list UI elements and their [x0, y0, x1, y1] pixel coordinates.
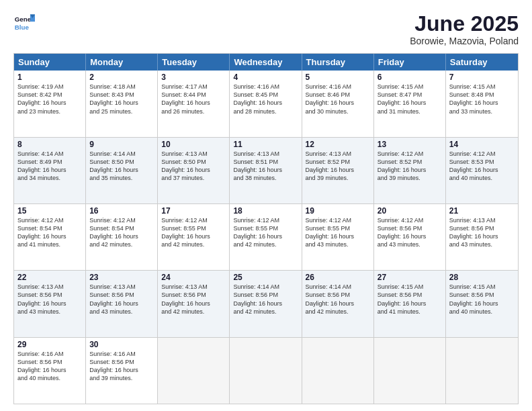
day-16: 16 Sunrise: 4:12 AM Sunset: 8:54 PM Dayl…: [86, 204, 158, 270]
header-friday: Friday: [374, 54, 446, 71]
calendar-body: 1 Sunrise: 4:19 AM Sunset: 8:42 PM Dayli…: [14, 71, 518, 404]
day-14: 14 Sunrise: 4:12 AM Sunset: 8:53 PM Dayl…: [446, 138, 518, 203]
header: General Blue June 2025 Borowie, Mazovia,…: [13, 12, 519, 46]
week-row-4: 22 Sunrise: 4:13 AM Sunset: 8:56 PM Dayl…: [14, 270, 518, 336]
day-28: 28 Sunrise: 4:15 AM Sunset: 8:56 PM Dayl…: [446, 271, 518, 336]
day-18: 18 Sunrise: 4:12 AM Sunset: 8:55 PM Dayl…: [230, 204, 302, 270]
day-19: 19 Sunrise: 4:12 AM Sunset: 8:55 PM Dayl…: [302, 204, 374, 270]
day-25: 25 Sunrise: 4:14 AM Sunset: 8:56 PM Dayl…: [230, 271, 302, 336]
day-6: 6 Sunrise: 4:15 AM Sunset: 8:47 PM Dayli…: [374, 71, 446, 136]
day-empty-1: [158, 338, 230, 404]
day-10: 10 Sunrise: 4:13 AM Sunset: 8:50 PM Dayl…: [158, 138, 230, 203]
day-7: 7 Sunrise: 4:15 AM Sunset: 8:48 PM Dayli…: [446, 71, 518, 136]
header-monday: Monday: [86, 54, 158, 71]
day-empty-3: [302, 338, 374, 404]
day-empty-2: [230, 338, 302, 404]
logo: General Blue: [13, 12, 35, 34]
week-row-1: 1 Sunrise: 4:19 AM Sunset: 8:42 PM Dayli…: [14, 71, 518, 136]
day-11: 11 Sunrise: 4:13 AM Sunset: 8:51 PM Dayl…: [230, 138, 302, 203]
day-2: 2 Sunrise: 4:18 AM Sunset: 8:43 PM Dayli…: [86, 71, 158, 136]
day-1: 1 Sunrise: 4:19 AM Sunset: 8:42 PM Dayli…: [14, 71, 86, 136]
header-tuesday: Tuesday: [158, 54, 230, 71]
title-block: June 2025 Borowie, Mazovia, Poland: [410, 12, 519, 46]
header-sunday: Sunday: [14, 54, 86, 71]
day-4: 4 Sunrise: 4:16 AM Sunset: 8:45 PM Dayli…: [230, 71, 302, 136]
day-empty-4: [374, 338, 446, 404]
calendar: Sunday Monday Tuesday Wednesday Thursday…: [13, 53, 519, 404]
main-title: June 2025: [410, 12, 519, 36]
day-20: 20 Sunrise: 4:12 AM Sunset: 8:56 PM Dayl…: [374, 204, 446, 270]
calendar-header: Sunday Monday Tuesday Wednesday Thursday…: [14, 54, 518, 71]
header-thursday: Thursday: [302, 54, 374, 71]
day-22: 22 Sunrise: 4:13 AM Sunset: 8:56 PM Dayl…: [14, 271, 86, 336]
svg-text:Blue: Blue: [15, 24, 30, 31]
day-13: 13 Sunrise: 4:12 AM Sunset: 8:52 PM Dayl…: [374, 138, 446, 203]
week-row-5: 29 Sunrise: 4:16 AM Sunset: 8:56 PM Dayl…: [14, 337, 518, 404]
day-9: 9 Sunrise: 4:14 AM Sunset: 8:50 PM Dayli…: [86, 138, 158, 203]
header-saturday: Saturday: [446, 54, 518, 71]
day-24: 24 Sunrise: 4:13 AM Sunset: 8:56 PM Dayl…: [158, 271, 230, 336]
day-26: 26 Sunrise: 4:14 AM Sunset: 8:56 PM Dayl…: [302, 271, 374, 336]
day-3: 3 Sunrise: 4:17 AM Sunset: 8:44 PM Dayli…: [158, 71, 230, 136]
page: General Blue June 2025 Borowie, Mazovia,…: [0, 0, 532, 411]
day-15: 15 Sunrise: 4:12 AM Sunset: 8:54 PM Dayl…: [14, 204, 86, 270]
day-23: 23 Sunrise: 4:13 AM Sunset: 8:56 PM Dayl…: [86, 271, 158, 336]
day-30: 30 Sunrise: 4:16 AM Sunset: 8:56 PM Dayl…: [86, 338, 158, 404]
subtitle: Borowie, Mazovia, Poland: [410, 36, 519, 46]
header-wednesday: Wednesday: [230, 54, 302, 71]
day-29: 29 Sunrise: 4:16 AM Sunset: 8:56 PM Dayl…: [14, 338, 86, 404]
day-21: 21 Sunrise: 4:13 AM Sunset: 8:56 PM Dayl…: [446, 204, 518, 270]
day-8: 8 Sunrise: 4:14 AM Sunset: 8:49 PM Dayli…: [14, 138, 86, 203]
day-12: 12 Sunrise: 4:13 AM Sunset: 8:52 PM Dayl…: [302, 138, 374, 203]
day-5: 5 Sunrise: 4:16 AM Sunset: 8:46 PM Dayli…: [302, 71, 374, 136]
week-row-3: 15 Sunrise: 4:12 AM Sunset: 8:54 PM Dayl…: [14, 203, 518, 270]
day-empty-5: [446, 338, 518, 404]
logo-icon: General Blue: [13, 12, 35, 34]
day-27: 27 Sunrise: 4:15 AM Sunset: 8:56 PM Dayl…: [374, 271, 446, 336]
day-17: 17 Sunrise: 4:12 AM Sunset: 8:55 PM Dayl…: [158, 204, 230, 270]
week-row-2: 8 Sunrise: 4:14 AM Sunset: 8:49 PM Dayli…: [14, 137, 518, 203]
